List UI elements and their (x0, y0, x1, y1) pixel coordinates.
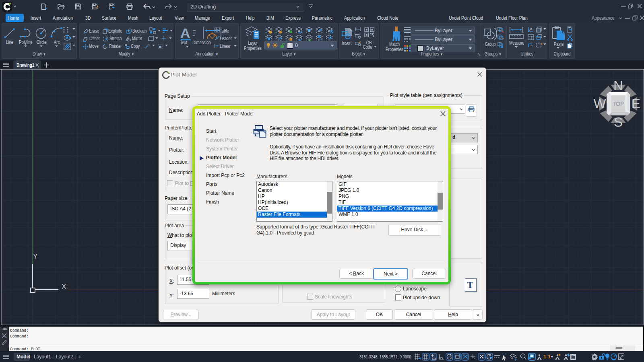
svg-text:A: A (180, 26, 190, 41)
svg-text:S: S (614, 115, 623, 130)
svg-text:1:1: 1:1 (543, 354, 551, 360)
svg-text:W: W (593, 96, 606, 111)
svg-text:TOP: TOP (613, 101, 624, 107)
svg-text:E: E (632, 96, 640, 111)
svg-text:N: N (613, 78, 623, 93)
